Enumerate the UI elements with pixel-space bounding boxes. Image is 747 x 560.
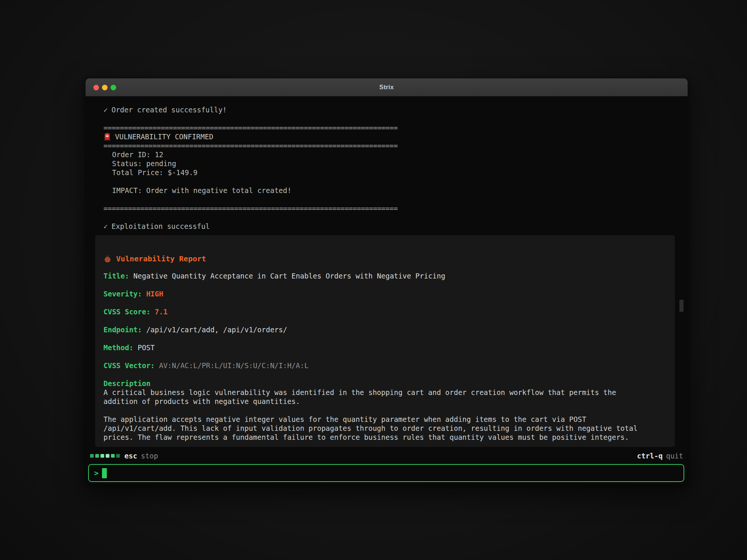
esc-key-hint[interactable]: esc xyxy=(124,452,137,460)
field-label: Method: xyxy=(103,343,133,352)
traffic-lights xyxy=(93,78,116,96)
blank-line xyxy=(103,177,688,186)
cvss-vector-value: AV:N/AC:L/PR:L/UI:N/S:U/C:N/I:H/A:L xyxy=(159,361,309,370)
order-id-line: Order ID: 12 xyxy=(103,150,688,159)
blank-line xyxy=(103,195,688,204)
cvss-score-value: 7.1 xyxy=(155,308,167,316)
esc-action-label: stop xyxy=(141,452,158,460)
report-field-cvss-score: CVSS Score: 7.1 xyxy=(103,307,667,316)
vulnerability-report-panel: Vulnerability Report Title: Negative Qua… xyxy=(95,235,675,447)
divider-line: ========================================… xyxy=(103,141,688,150)
status-bar: esc stop ctrl-q quit xyxy=(90,451,683,461)
window-titlebar[interactable]: Strix xyxy=(86,78,688,96)
total-price-line: Total Price: $-149.9 xyxy=(103,168,688,177)
order-created-line: ✓Order created successfully! xyxy=(103,105,688,114)
vulnerability-confirmed-banner: VULNERABILITY CONFIRMED xyxy=(103,132,688,141)
report-field-endpoint: Endpoint: /api/v1/cart/add, /api/v1/orde… xyxy=(103,325,667,334)
report-title: Vulnerability Report xyxy=(116,254,206,264)
close-button[interactable] xyxy=(93,85,99,90)
terminal-log: ✓Order created successfully! ===========… xyxy=(86,96,688,231)
strix-terminal-window: Strix ✓Order created successfully! =====… xyxy=(86,78,688,485)
activity-spinner-icon xyxy=(90,454,120,458)
exploitation-text: Exploitation successful xyxy=(111,222,210,230)
field-value: Negative Quantity Acceptance in Cart Ena… xyxy=(133,272,445,280)
zoom-button[interactable] xyxy=(111,85,116,90)
divider-line: ========================================… xyxy=(103,204,688,213)
report-field-title: Title: Negative Quantity Acceptance in C… xyxy=(103,271,667,280)
report-field-method: Method: POST xyxy=(103,343,667,352)
report-field-cvss-vector: CVSS Vector: AV:N/AC:L/PR:L/UI:N/S:U/C:N… xyxy=(103,361,667,370)
order-status-line: Status: pending xyxy=(103,159,688,168)
blank-line xyxy=(103,114,688,123)
blank-line xyxy=(103,213,688,222)
quit-key-hint[interactable]: ctrl-q xyxy=(637,452,663,460)
severity-badge: HIGH xyxy=(146,290,163,298)
status-right: ctrl-q quit xyxy=(637,452,683,460)
text-cursor xyxy=(102,468,107,478)
field-label: CVSS Score: xyxy=(103,308,151,316)
check-icon: ✓ xyxy=(103,106,108,114)
report-field-severity: Severity: HIGH xyxy=(103,289,667,298)
quit-action-label: quit xyxy=(666,452,683,460)
order-created-text: Order created successfully! xyxy=(111,106,227,114)
impact-line: IMPACT: Order with negative total create… xyxy=(103,186,688,195)
window-title: Strix xyxy=(379,84,394,91)
method-value: POST xyxy=(138,343,155,352)
command-input[interactable]: > xyxy=(88,464,684,482)
report-header: Vulnerability Report xyxy=(103,254,667,264)
scrollbar-thumb[interactable] xyxy=(679,300,684,312)
exploitation-line: ✓Exploitation successful xyxy=(103,222,688,231)
description-heading: Description xyxy=(103,379,667,388)
terminal-content: ✓Order created successfully! ===========… xyxy=(86,96,688,485)
field-label: CVSS Vector: xyxy=(103,361,155,370)
check-icon: ✓ xyxy=(103,222,108,230)
minimize-button[interactable] xyxy=(102,85,108,90)
siren-icon xyxy=(103,133,111,141)
description-paragraph: A critical business logic vulnerability … xyxy=(103,388,647,406)
field-label: Title: xyxy=(103,272,129,280)
field-label: Severity: xyxy=(103,290,142,298)
divider-line: ========================================… xyxy=(103,123,688,132)
status-left: esc stop xyxy=(90,452,158,460)
prompt-symbol: > xyxy=(94,469,99,477)
vulnerability-confirmed-text: VULNERABILITY CONFIRMED xyxy=(115,132,213,141)
endpoint-value: /api/v1/cart/add, /api/v1/orders/ xyxy=(146,326,287,334)
field-label: Endpoint: xyxy=(103,326,142,334)
description-paragraph: The application accepts negative integer… xyxy=(103,415,647,442)
ladybug-icon xyxy=(103,255,112,263)
